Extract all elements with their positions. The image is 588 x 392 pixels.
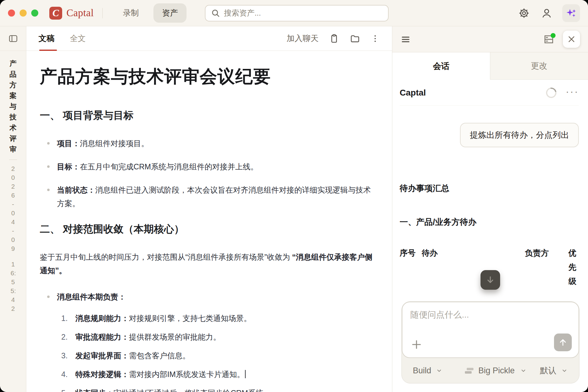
chevron-down-icon [520, 367, 527, 374]
close-window-button[interactable] [8, 9, 15, 17]
list-item: 3. 发起审批界面：需包含客户信息。 [61, 349, 378, 362]
document-tabbar: 文稿 全文 加入聊天 [26, 26, 392, 51]
user-message-bubble: 提炼出所有待办，分点列出 [460, 123, 579, 147]
search-input[interactable] [224, 9, 383, 17]
doc-heading-2: 二、 对接范围收敛（本期核心） [40, 222, 378, 236]
online-indicator [551, 33, 556, 38]
loading-spinner [544, 85, 558, 100]
app-header: C Captal 录制 资产 [0, 0, 588, 26]
todo-summary-title: 待办事项汇总 [400, 183, 579, 194]
document-title-vertical: 产品方案与技术评审 [9, 58, 17, 155]
tab-draft[interactable]: 文稿 [39, 26, 55, 51]
chevron-down-icon [561, 367, 568, 374]
chat-input-box[interactable] [402, 302, 579, 358]
panel-header [392, 26, 588, 52]
doc-paragraph: 鉴于五月中旬上线的时间压力，对接范围从“消息组件承接所有场景”收敛为 “消息组件… [40, 250, 378, 277]
header-divider [102, 8, 103, 18]
ai-assistant-button[interactable] [562, 4, 580, 22]
agent-row: Captal ··· [400, 88, 579, 106]
app-window: C Captal 录制 资产 产品方案与技术评审 [0, 0, 588, 392]
doc-title: 产品方案与技术评审会议纪要 [40, 65, 378, 89]
col-owner: 负责方 [525, 246, 560, 288]
model-logo-icon [465, 368, 473, 374]
chat-input[interactable] [410, 309, 538, 329]
window-controls [8, 9, 38, 17]
text-caret [245, 370, 246, 378]
todo-section-heading: 一、产品/业务方待办 [400, 217, 579, 228]
gear-icon [518, 8, 530, 19]
doc-bullet: 项目：消息组件对接项目。 [40, 137, 378, 150]
scroll-to-bottom-button[interactable] [481, 270, 500, 290]
search-bar[interactable] [205, 5, 389, 21]
tab-fulltext[interactable]: 全文 [70, 26, 86, 51]
nav-record[interactable]: 录制 [123, 8, 139, 18]
left-rail: 产品方案与技术评审 2026-04-09 16:55:42 [0, 26, 26, 392]
tab-session[interactable]: 会话 [392, 52, 490, 80]
doc-bullet: 目标：在五月中旬完成CRM系统与消息组件的对接并上线。 [40, 160, 378, 173]
tab-changes[interactable]: 更改 [490, 52, 588, 80]
panel-tabs: 会话 更改 [392, 52, 588, 80]
document-pane: 文稿 全文 加入聊天 产品方案与技术评审会议纪要 一、 项目背景与目标 项目：消… [26, 26, 392, 392]
arrow-up-icon [558, 337, 568, 347]
arrow-down-icon [485, 275, 496, 285]
profile-dropdown[interactable]: 默认 [540, 365, 568, 376]
zoom-window-button[interactable] [31, 9, 38, 17]
changes-panel-button[interactable] [543, 33, 555, 45]
agent-name: Captal [400, 88, 426, 98]
chevron-down-icon [435, 367, 443, 374]
join-chat-button[interactable]: 加入聊天 [287, 33, 318, 44]
col-task: 待办 [422, 246, 525, 288]
clipboard-icon[interactable] [329, 33, 339, 44]
app-logo-icon: C [49, 7, 62, 20]
chat-composer: Build Big Pickle 默认 [401, 301, 579, 383]
nav-assets[interactable]: 资产 [153, 3, 187, 23]
recording-date: 2026-04-09 [11, 164, 16, 253]
list-item: 1. 消息规则能力：对接规则引擎，支持七类通知场景。 [61, 311, 378, 325]
doc-bullet: 消息组件本期负责： [40, 290, 378, 303]
recording-time: 16:55:42 [11, 260, 16, 313]
doc-ordered-list: 1. 消息规则能力：对接规则引擎，支持七类通知场景。 2. 审批流程能力：提供群… [61, 311, 378, 392]
attach-button[interactable] [410, 338, 423, 351]
list-item: 5. 状态同步：审批通过/不通过后，将状态同步给CRM系统。 [61, 386, 378, 392]
list-item: 2. 审批流程能力：提供群发场景的审批能力。 [61, 330, 378, 344]
doc-bullet: 当前状态：消息组件已进入测试阶段，本次会议旨在对齐消息组件对接的详细实现逻辑与技… [40, 183, 378, 210]
send-button[interactable] [554, 334, 572, 351]
menu-icon[interactable] [400, 33, 413, 45]
col-priority: 优先级 [568, 246, 579, 288]
more-options-button[interactable]: ··· [566, 88, 579, 94]
composer-toolbar: Build Big Pickle 默认 [402, 358, 579, 383]
minimize-window-button[interactable] [20, 9, 27, 17]
toggle-sidebar-icon[interactable] [8, 33, 18, 44]
folder-icon[interactable] [350, 33, 360, 44]
doc-heading-1: 一、 项目背景与目标 [40, 109, 378, 123]
settings-button[interactable] [517, 6, 531, 20]
account-button[interactable] [540, 6, 554, 20]
search-icon [211, 9, 220, 18]
sparkles-icon [565, 7, 577, 19]
model-dropdown[interactable]: Big Pickle [465, 366, 527, 375]
rail-divider [9, 160, 17, 160]
chat-area: Captal ··· 提炼出所有待办，分点列出 待办事项汇总 一、产品/业务方待… [392, 80, 588, 392]
user-icon [541, 8, 552, 19]
kebab-menu-icon[interactable] [371, 34, 380, 43]
close-icon [567, 35, 576, 44]
app-logo-text: Captal [66, 7, 94, 19]
mode-dropdown[interactable]: Build [413, 366, 443, 375]
close-panel-button[interactable] [563, 31, 580, 48]
col-index: 序号 [400, 246, 422, 288]
plus-icon [410, 338, 423, 351]
assistant-panel: 会话 更改 Captal ··· 提炼出所有待办，分点列出 待办事项汇总 一、产… [392, 26, 588, 392]
document-content[interactable]: 产品方案与技术评审会议纪要 一、 项目背景与目标 项目：消息组件对接项目。 目标… [26, 51, 392, 392]
list-item: 4. 特殊对接逻辑：需对接内部IM系统发送卡片通知。 [61, 368, 378, 381]
